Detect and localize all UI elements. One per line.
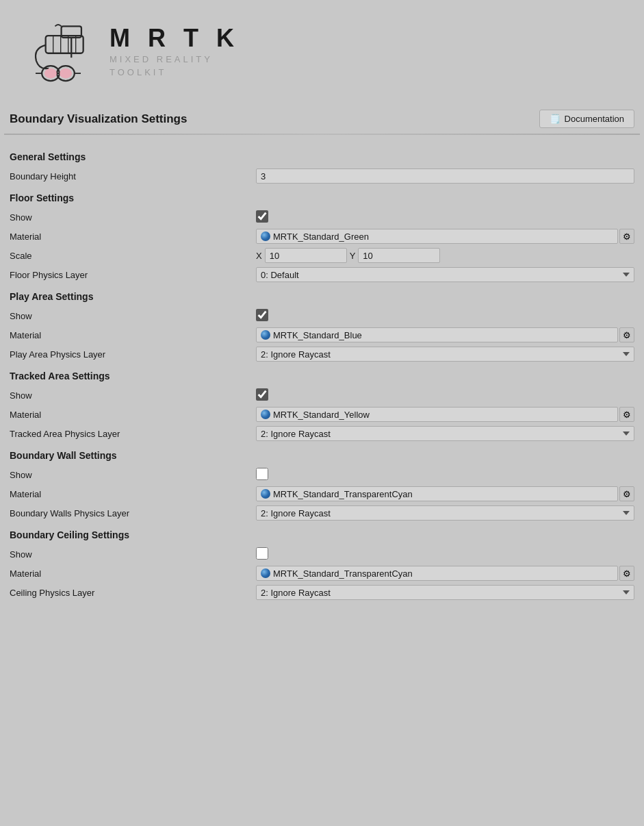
tracked-area-material-gear-button[interactable]: ⚙ [619, 407, 634, 422]
logo-subtitle-line2: TOOLKIT [110, 66, 240, 79]
play-area-physics-layer-row: Play Area Physics Layer 0: Default 1: Tr… [10, 346, 634, 362]
boundary-ceiling-settings-title: Boundary Ceiling Settings [10, 529, 634, 540]
tracked-area-show-checkbox[interactable] [256, 388, 268, 401]
play-area-physics-layer-select[interactable]: 0: Default 1: TransparentFX 2: Ignore Ra… [256, 347, 634, 362]
floor-scale-label: Scale [10, 251, 256, 261]
page-title: Boundary Visualization Settings [10, 112, 187, 126]
floor-scale-x-label: X [256, 251, 262, 261]
floor-material-field[interactable]: MRTK_Standard_Green [256, 229, 618, 244]
boundary-ceiling-physics-layer-select[interactable]: 0: Default 1: TransparentFX 2: Ignore Ra… [256, 585, 634, 600]
logo-text: M R T K MIXED REALITY TOOLKIT [110, 24, 240, 79]
play-area-settings-title: Play Area Settings [10, 291, 634, 302]
floor-physics-layer-select-wrapper: 0: Default 1: TransparentFX 2: Ignore Ra… [256, 267, 634, 282]
boundary-wall-material-row: Material MRTK_Standard_TransparentCyan ⚙ [10, 486, 634, 502]
play-area-material-row: Material MRTK_Standard_Blue ⚙ [10, 327, 634, 343]
tracked-area-physics-layer-label: Tracked Area Physics Layer [10, 429, 256, 439]
boundary-wall-show-checkbox[interactable] [256, 468, 268, 480]
boundary-ceiling-show-row: Show [10, 546, 634, 562]
floor-material-value: MRTK_Standard_Green ⚙ [256, 229, 634, 244]
floor-show-checkbox[interactable] [256, 210, 268, 223]
tracked-area-material-value: MRTK_Standard_Yellow ⚙ [256, 407, 634, 422]
boundary-ceiling-material-row: Material MRTK_Standard_TransparentCyan ⚙ [10, 565, 634, 581]
boundary-height-value [256, 168, 634, 184]
play-area-material-value: MRTK_Standard_Blue ⚙ [256, 327, 634, 342]
floor-scale-y-input[interactable] [358, 248, 440, 263]
floor-show-label: Show [10, 212, 256, 223]
boundary-height-input[interactable] [256, 168, 634, 184]
boundary-wall-physics-layer-select[interactable]: 0: Default 1: TransparentFX 2: Ignore Ra… [256, 505, 634, 521]
tracked-area-material-field[interactable]: MRTK_Standard_Yellow [256, 407, 618, 422]
floor-material-text: MRTK_Standard_Green [273, 231, 369, 242]
floor-show-row: Show [10, 209, 634, 225]
settings-content: General Settings Boundary Height Floor S… [0, 135, 644, 612]
floor-settings-title: Floor Settings [10, 192, 634, 203]
floor-scale-inputs: X Y [256, 248, 634, 263]
play-area-material-text: MRTK_Standard_Blue [273, 330, 362, 340]
mrtk-logo [21, 14, 96, 89]
play-area-material-sphere-icon [261, 330, 270, 340]
boundary-ceiling-material-sphere-icon [261, 568, 270, 578]
floor-show-value [256, 210, 634, 225]
logo-container: M R T K MIXED REALITY TOOLKIT [21, 14, 240, 89]
boundary-wall-material-value: MRTK_Standard_TransparentCyan ⚙ [256, 486, 634, 501]
boundary-wall-material-label: Material [10, 489, 256, 499]
tracked-area-material-text: MRTK_Standard_Yellow [273, 410, 370, 420]
floor-material-row: Material MRTK_Standard_Green ⚙ [10, 228, 634, 245]
floor-physics-layer-select[interactable]: 0: Default 1: TransparentFX 2: Ignore Ra… [256, 267, 634, 282]
floor-scale-y-label: Y [350, 251, 356, 261]
documentation-button[interactable]: 🗒️ Documentation [539, 110, 634, 128]
boundary-ceiling-material-value: MRTK_Standard_TransparentCyan ⚙ [256, 566, 634, 581]
boundary-height-row: Boundary Height [10, 168, 634, 184]
boundary-wall-material-gear-button[interactable]: ⚙ [619, 486, 634, 501]
tracked-area-show-value [256, 388, 634, 403]
tracked-area-material-label: Material [10, 410, 256, 420]
play-area-material-field[interactable]: MRTK_Standard_Blue [256, 327, 618, 342]
tracked-area-settings-title: Tracked Area Settings [10, 371, 634, 381]
boundary-wall-material-text: MRTK_Standard_TransparentCyan [273, 489, 413, 499]
boundary-ceiling-show-checkbox[interactable] [256, 547, 268, 560]
boundary-ceiling-material-label: Material [10, 568, 256, 579]
play-area-show-row: Show [10, 308, 634, 324]
tracked-area-show-row: Show [10, 387, 634, 403]
boundary-ceiling-material-text: MRTK_Standard_TransparentCyan [273, 568, 413, 579]
tracked-area-physics-layer-select-wrapper: 0: Default 1: TransparentFX 2: Ignore Ra… [256, 426, 634, 441]
boundary-ceiling-physics-layer-row: Ceiling Physics Layer 0: Default 1: Tran… [10, 584, 634, 601]
boundary-ceiling-physics-layer-select-wrapper: 0: Default 1: TransparentFX 2: Ignore Ra… [256, 585, 634, 600]
floor-material-gear-button[interactable]: ⚙ [619, 229, 634, 244]
play-area-show-checkbox[interactable] [256, 309, 268, 321]
play-area-physics-layer-label: Play Area Physics Layer [10, 349, 256, 360]
general-settings-title: General Settings [10, 151, 634, 162]
boundary-ceiling-material-gear-button[interactable]: ⚙ [619, 566, 634, 581]
play-area-material-gear-button[interactable]: ⚙ [619, 327, 634, 342]
floor-physics-layer-row: Floor Physics Layer 0: Default 1: Transp… [10, 266, 634, 283]
tracked-area-show-label: Show [10, 390, 256, 401]
floor-material-label: Material [10, 231, 256, 242]
boundary-ceiling-show-label: Show [10, 549, 256, 560]
boundary-height-label: Boundary Height [10, 171, 256, 182]
boundary-wall-material-field[interactable]: MRTK_Standard_TransparentCyan [256, 486, 618, 501]
floor-scale-x-input[interactable] [265, 248, 347, 263]
boundary-wall-physics-layer-label: Boundary Walls Physics Layer [10, 508, 256, 518]
doc-button-label: Documentation [565, 114, 624, 124]
boundary-wall-physics-layer-row: Boundary Walls Physics Layer 0: Default … [10, 505, 634, 521]
boundary-wall-show-value [256, 468, 634, 482]
page-header: Boundary Visualization Settings 🗒️ Docum… [0, 103, 644, 134]
play-area-physics-layer-select-wrapper: 0: Default 1: TransparentFX 2: Ignore Ra… [256, 347, 634, 362]
boundary-wall-material-sphere-icon [261, 489, 270, 499]
boundary-ceiling-material-field[interactable]: MRTK_Standard_TransparentCyan [256, 566, 618, 581]
boundary-ceiling-physics-layer-label: Ceiling Physics Layer [10, 588, 256, 598]
boundary-wall-show-row: Show [10, 466, 634, 483]
tracked-area-physics-layer-row: Tracked Area Physics Layer 0: Default 1:… [10, 425, 634, 442]
play-area-material-label: Material [10, 330, 256, 340]
boundary-wall-settings-title: Boundary Wall Settings [10, 450, 634, 461]
floor-physics-layer-label: Floor Physics Layer [10, 270, 256, 280]
logo-subtitle-line1: MIXED REALITY [110, 53, 240, 66]
tracked-area-material-sphere-icon [261, 410, 270, 419]
floor-scale-row: Scale X Y [10, 247, 634, 264]
tracked-area-physics-layer-select[interactable]: 0: Default 1: TransparentFX 2: Ignore Ra… [256, 426, 634, 441]
play-area-show-value [256, 309, 634, 323]
boundary-ceiling-show-value [256, 547, 634, 562]
floor-material-sphere-icon [261, 231, 270, 241]
tracked-area-material-row: Material MRTK_Standard_Yellow ⚙ [10, 406, 634, 423]
doc-icon: 🗒️ [550, 114, 561, 124]
